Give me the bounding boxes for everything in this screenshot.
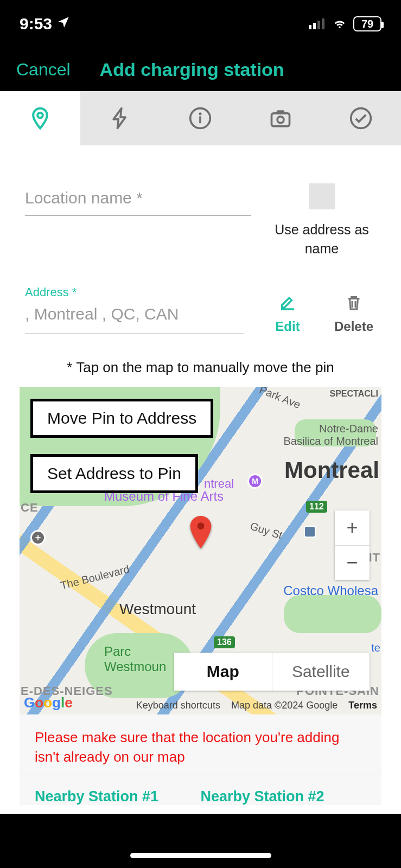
map-label: Guy St xyxy=(249,520,284,542)
step-location[interactable] xyxy=(0,91,80,145)
map-label: The Boulevard xyxy=(59,563,131,592)
zoom-control: + − xyxy=(335,510,370,580)
step-info[interactable] xyxy=(161,91,241,145)
address-label: Address * xyxy=(25,285,244,299)
map-label: te xyxy=(371,642,380,654)
trash-icon xyxy=(344,293,364,312)
page-title: Add charging station xyxy=(100,59,284,80)
status-bar: 9:53 79 xyxy=(0,0,401,48)
map-label: CE xyxy=(21,501,39,515)
map-label: SPECTACLI xyxy=(330,389,378,399)
map-label: Westmount xyxy=(119,601,196,618)
nearby-station-2-link[interactable]: Nearby Station #2 xyxy=(201,788,367,805)
svg-rect-7 xyxy=(200,116,202,123)
cellular-icon xyxy=(309,15,326,33)
map-data-label: Map data ©2024 Google xyxy=(231,700,338,711)
map-label: Parc Westmoun xyxy=(104,644,166,674)
svg-rect-8 xyxy=(272,113,290,126)
battery-icon: 79 xyxy=(353,16,381,31)
nearby-station-1-link[interactable]: Nearby Station #1 xyxy=(35,788,201,805)
map[interactable]: SPECTACLI Park Ave Notre-Dame Basilica o… xyxy=(20,387,381,714)
svg-point-6 xyxy=(199,112,202,115)
transit-poi-icon xyxy=(304,526,316,538)
move-pin-to-address-button[interactable]: Move Pin to Address xyxy=(30,399,213,438)
svg-rect-2 xyxy=(317,21,320,29)
map-label: Costco Wholesa xyxy=(283,583,378,598)
map-hint: * Tap on the map to manually move the pi… xyxy=(25,359,376,376)
zoom-out-button[interactable]: − xyxy=(335,546,370,580)
map-label-city: Montreal xyxy=(284,457,379,483)
route-shield: 136 xyxy=(214,636,235,648)
map-label: Notre-Dame Basilica of Montreal xyxy=(283,423,378,448)
map-label: Park Ave xyxy=(258,387,303,411)
delete-address-button[interactable]: Delete xyxy=(332,293,376,334)
svg-rect-3 xyxy=(322,18,324,29)
nav-bar: Cancel Add charging station xyxy=(0,48,401,91)
svg-point-10 xyxy=(351,108,371,129)
route-shield: 112 xyxy=(306,501,327,513)
set-address-to-pin-button[interactable]: Set Address to Pin xyxy=(30,454,198,493)
map-pin-icon xyxy=(189,516,213,548)
terms-link[interactable]: Terms xyxy=(348,700,377,711)
museum-poi-icon: M xyxy=(247,474,263,489)
address-value[interactable]: , Montreal , QC, CAN xyxy=(25,303,244,334)
bolt-icon xyxy=(109,106,132,130)
svg-point-11 xyxy=(197,522,204,529)
home-indicator[interactable] xyxy=(130,853,271,858)
svg-rect-0 xyxy=(309,25,311,29)
svg-rect-1 xyxy=(313,23,316,29)
map-type-satellite[interactable]: Satellite xyxy=(272,653,370,691)
pencil-icon xyxy=(278,293,297,312)
google-logo: Google xyxy=(24,694,73,711)
location-arrow-icon xyxy=(56,15,71,33)
svg-point-9 xyxy=(277,117,284,123)
camera-icon xyxy=(269,106,292,130)
wifi-icon xyxy=(332,15,348,33)
wizard-tabs xyxy=(0,91,401,145)
map-type-map[interactable]: Map xyxy=(174,653,272,691)
location-name-input[interactable] xyxy=(25,183,251,216)
duplicate-warning: Please make sure that the location you'r… xyxy=(35,727,366,767)
check-circle-icon xyxy=(349,106,373,130)
info-icon xyxy=(188,106,212,130)
step-done[interactable] xyxy=(321,91,401,145)
svg-point-4 xyxy=(37,113,43,118)
cancel-button[interactable]: Cancel xyxy=(16,60,71,80)
step-power[interactable] xyxy=(80,91,161,145)
edit-address-button[interactable]: Edit xyxy=(265,293,310,334)
use-address-as-name-label: Use address as name xyxy=(268,220,376,258)
hospital-poi-icon: + xyxy=(30,530,46,545)
keyboard-shortcuts-link[interactable]: Keyboard shortcuts xyxy=(136,700,220,711)
home-indicator-bar xyxy=(0,814,401,868)
step-photo[interactable] xyxy=(240,91,321,145)
zoom-in-button[interactable]: + xyxy=(335,510,370,546)
map-type-toggle: Map Satellite xyxy=(174,653,370,691)
map-pin-marker[interactable] xyxy=(189,516,213,551)
status-time: 9:53 xyxy=(20,15,52,33)
use-address-as-name-checkbox[interactable] xyxy=(309,183,335,209)
map-pin-icon xyxy=(28,106,52,130)
